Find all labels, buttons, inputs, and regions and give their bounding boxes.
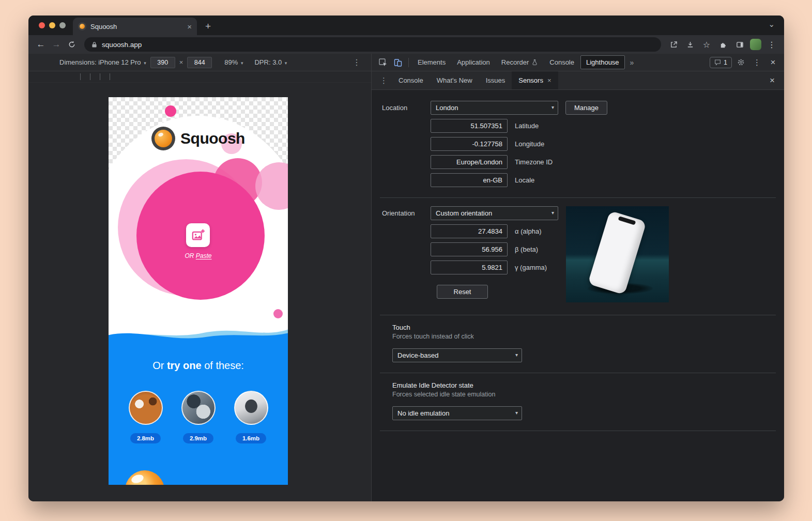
device-dimensions-select[interactable]: Dimensions: iPhone 12 Pro ▾ <box>59 58 146 66</box>
longitude-input[interactable] <box>431 137 508 151</box>
tab-search-chevron-icon[interactable]: ⌄ <box>768 20 775 29</box>
squoosh-drop-area: Squoosh <box>109 97 288 327</box>
pink-dot <box>165 105 176 117</box>
close-sensors-tab-icon[interactable]: × <box>547 76 551 84</box>
beta-input[interactable] <box>431 242 508 256</box>
browser-window: Squoosh × + ⌄ ← → squoosh.app ☆ <box>28 16 784 501</box>
drawer-tab-whats-new[interactable]: What's New <box>430 71 479 89</box>
idle-description: Forces selected idle state emulation <box>392 391 784 398</box>
dpr-select[interactable]: DPR: 3.0 ▾ <box>254 58 287 66</box>
drawer-tab-sensors-label: Sensors <box>518 76 543 84</box>
lock-icon <box>91 41 97 48</box>
squoosh-logo-icon <box>151 127 175 150</box>
side-panel-icon[interactable] <box>732 38 747 51</box>
tab-console[interactable]: Console <box>544 55 579 70</box>
install-icon[interactable] <box>683 38 697 51</box>
touch-title: Touch <box>392 324 784 331</box>
alpha-label: α (alpha) <box>515 227 542 235</box>
location-group: Location London ▾ Manage Latitude Longit… <box>382 101 784 187</box>
gamma-input[interactable] <box>431 260 508 274</box>
sensors-panel: Location London ▾ Manage Latitude Longit… <box>372 90 784 501</box>
settings-gear-icon[interactable] <box>734 56 748 69</box>
drawer-tab-console[interactable]: Console <box>392 71 430 89</box>
tab-lighthouse[interactable]: Lighthouse <box>580 55 625 69</box>
close-devtools-icon[interactable]: × <box>766 56 780 69</box>
close-window-button[interactable] <box>39 22 45 28</box>
tab-application[interactable]: Application <box>452 55 495 70</box>
orientation-label: Orientation <box>382 206 431 304</box>
drawer-tab-sensors[interactable]: Sensors × <box>512 71 558 89</box>
idle-title: Emulate Idle Detector state <box>392 381 784 389</box>
devtools-menu-icon[interactable]: ⋮ <box>750 56 764 69</box>
orientation-select[interactable]: Custom orientation ▾ <box>431 206 558 220</box>
more-tabs-icon[interactable]: » <box>626 58 638 67</box>
device-emulation-pane: Dimensions: iPhone 12 Pro ▾ × 89% ▾ DPR:… <box>28 54 372 501</box>
tab-recorder[interactable]: Recorder <box>496 55 543 70</box>
tab-close-icon[interactable]: × <box>187 23 192 30</box>
close-drawer-icon[interactable]: × <box>764 71 780 89</box>
minimize-window-button[interactable] <box>49 22 55 28</box>
drop-prefix: OR <box>185 252 195 259</box>
device-toolbar: Dimensions: iPhone 12 Pro ▾ × 89% ▾ DPR:… <box>28 54 371 71</box>
issues-counter-button[interactable]: 1 <box>710 57 732 68</box>
tab-strip: Squoosh × + ⌄ <box>28 16 784 35</box>
device-toolbar-toggle-icon[interactable] <box>391 56 405 69</box>
touch-value: Device-based <box>397 351 439 359</box>
zoom-select[interactable]: 89% ▾ <box>224 58 243 66</box>
latitude-input[interactable] <box>431 119 508 133</box>
experiment-flask-icon <box>531 59 538 66</box>
extensions-puzzle-icon[interactable] <box>716 38 730 51</box>
size-badge: 2.9mb <box>183 433 213 443</box>
dropdown-arrow-icon: ▾ <box>515 352 518 358</box>
tab-elements[interactable]: Elements <box>412 55 451 70</box>
devtools-toolbar-right: 1 ⋮ × <box>710 56 780 69</box>
browser-tab-squoosh[interactable]: Squoosh × <box>73 18 197 35</box>
url-text: squoosh.app <box>102 41 142 49</box>
drawer-tab-issues[interactable]: Issues <box>479 71 512 89</box>
emulation-stage: Squoosh <box>28 83 371 501</box>
orientation-3d-preview[interactable] <box>566 206 669 302</box>
timezone-input[interactable] <box>431 155 508 169</box>
latitude-label: Latitude <box>515 122 539 130</box>
profile-avatar[interactable] <box>750 39 761 50</box>
back-button[interactable]: ← <box>34 37 48 52</box>
location-select[interactable]: London ▾ <box>431 101 558 115</box>
sample-photo-dog[interactable] <box>181 391 216 425</box>
size-badge: 1.6mb <box>236 433 266 443</box>
squoosh-favicon-icon <box>78 22 86 30</box>
viewport-width-input[interactable] <box>150 57 175 68</box>
sample-photo-phone[interactable] <box>234 391 268 425</box>
phone-model <box>588 210 647 295</box>
touch-description: Forces touch instead of click <box>392 333 784 340</box>
touch-select[interactable]: Device-based ▾ <box>392 348 522 362</box>
size-badge: 2.8mb <box>130 433 161 443</box>
browser-menu-icon[interactable]: ⋮ <box>764 38 779 51</box>
squoosh-app-viewport: Squoosh <box>109 97 288 485</box>
zoom-window-button[interactable] <box>59 22 66 28</box>
drawer-menu-icon[interactable]: ⋮ <box>376 71 392 89</box>
devtools-panel: Elements Application Recorder Console Li… <box>372 54 784 501</box>
reset-button[interactable]: Reset <box>437 285 488 299</box>
bookmark-star-icon[interactable]: ☆ <box>699 38 714 51</box>
alpha-input[interactable] <box>431 224 508 238</box>
toolbar-separator <box>408 58 409 67</box>
manage-button[interactable]: Manage <box>565 101 607 115</box>
idle-select[interactable]: No idle emulation ▾ <box>392 406 522 420</box>
viewport-height-input[interactable] <box>187 57 212 68</box>
paste-link[interactable]: Paste <box>196 252 212 259</box>
wave-decoration <box>109 327 288 345</box>
forward-button[interactable]: → <box>49 37 64 52</box>
gamma-label: γ (gamma) <box>515 264 547 271</box>
device-toolbar-menu-icon[interactable]: ⋮ <box>353 57 361 67</box>
address-bar[interactable]: squoosh.app <box>84 37 661 52</box>
open-in-new-icon[interactable] <box>666 38 681 51</box>
locale-input[interactable] <box>431 173 508 187</box>
select-image-button[interactable] <box>186 223 210 247</box>
inspect-element-icon[interactable] <box>376 56 390 69</box>
reload-button[interactable] <box>65 37 79 52</box>
dropdown-arrow-icon: ▾ <box>551 104 554 110</box>
reload-icon <box>68 40 76 49</box>
sample-photo-panda[interactable] <box>129 391 163 425</box>
locale-label: Locale <box>515 176 534 184</box>
new-tab-button[interactable]: + <box>205 21 211 32</box>
